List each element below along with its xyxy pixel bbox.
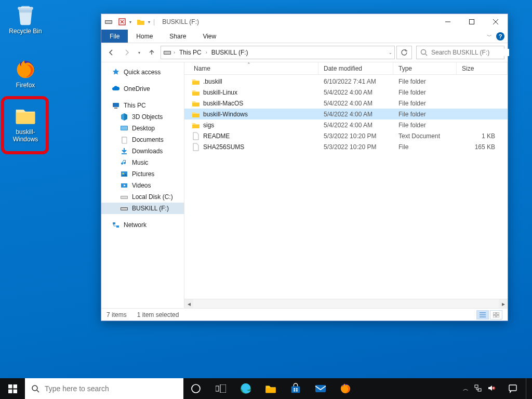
back-button[interactable] <box>104 46 118 59</box>
ribbon-tab-home[interactable]: Home <box>128 30 161 43</box>
svg-rect-43 <box>296 390 298 392</box>
ribbon-tab-share[interactable]: Share <box>161 30 194 43</box>
nav-downloads[interactable]: Downloads <box>101 145 184 157</box>
nav-network[interactable]: Network <box>101 219 184 231</box>
scroll-left-icon[interactable]: ◂ <box>184 299 193 308</box>
svg-rect-42 <box>294 390 295 392</box>
taskbar-app-store[interactable] <box>283 378 308 399</box>
show-desktop-button[interactable] <box>526 378 529 399</box>
file-explorer-window: ▾ ▾ | BUSKILL (F:) File Home Share View … <box>101 14 508 321</box>
qat-properties-icon[interactable] <box>118 18 126 26</box>
breadcrumb-this-pc[interactable]: This PC <box>177 48 204 57</box>
desktop-icon-recycle-bin[interactable]: Recycle Bin <box>5 3 46 35</box>
nav-buskill-drive[interactable]: BUSKILL (F:) <box>101 203 184 214</box>
chevron-down-icon[interactable]: ▾ <box>148 20 150 24</box>
tray-chevron-icon[interactable]: ︿ <box>463 385 469 393</box>
tray-volume-icon[interactable] <box>487 384 496 394</box>
file-name: buskill-MacOS <box>203 100 243 107</box>
column-header-date[interactable]: Date modified <box>318 62 393 74</box>
address-dropdown[interactable]: ⌄ <box>389 50 392 55</box>
taskbar-search[interactable] <box>25 378 183 399</box>
nav-videos[interactable]: Videos <box>101 180 184 191</box>
recent-dropdown[interactable]: ▾ <box>136 46 143 59</box>
file-date: 5/4/2022 4:00 AM <box>318 100 393 107</box>
drive-icon <box>163 48 171 57</box>
task-view-button[interactable] <box>208 378 233 399</box>
nav-quick-access[interactable]: Quick access <box>101 66 184 78</box>
ribbon-tab-file[interactable]: File <box>101 30 128 43</box>
file-name: SHA256SUMS <box>203 143 244 151</box>
address-bar[interactable]: › This PC › BUSKILL (F:) ⌄ <box>161 46 395 59</box>
maximize-button[interactable] <box>460 14 484 30</box>
chevron-down-icon[interactable]: ▾ <box>129 20 131 24</box>
sort-indicator-icon: ⌃ <box>247 62 251 67</box>
horizontal-scrollbar[interactable]: ◂ ▸ <box>184 299 508 308</box>
column-header-size[interactable]: Size <box>457 62 508 74</box>
ribbon-tab-view[interactable]: View <box>194 30 224 43</box>
file-name: buskill-Windows <box>203 111 248 118</box>
file-size: 1 KB <box>457 132 508 140</box>
desktop-icon-buskill-windows[interactable]: buskill-Windows <box>5 104 46 143</box>
nav-onedrive[interactable]: OneDrive <box>101 83 184 95</box>
nav-local-disk[interactable]: Local Disk (C:) <box>101 191 184 203</box>
taskbar-app-mail[interactable] <box>308 378 333 399</box>
file-row[interactable]: SHA256SUMS5/3/2022 10:20 PMFile165 KB <box>184 141 508 152</box>
network-icon <box>112 221 120 229</box>
taskbar-search-input[interactable] <box>45 384 177 393</box>
file-list[interactable]: .buskill6/10/2022 7:41 AMFile folderbusk… <box>184 75 508 299</box>
desktop-icon-label: buskill-Windows <box>5 128 46 143</box>
nav-music[interactable]: Music <box>101 157 184 168</box>
cloud-icon <box>112 85 120 93</box>
up-button[interactable] <box>145 46 158 59</box>
cortana-button[interactable] <box>183 378 208 399</box>
view-large-icons-button[interactable] <box>490 310 502 320</box>
qat-folder-icon[interactable] <box>137 18 145 26</box>
file-row[interactable]: buskill-Windows5/4/2022 4:00 AMFile fold… <box>184 109 508 119</box>
nav-this-pc[interactable]: This PC <box>101 100 184 111</box>
taskbar-app-firefox[interactable] <box>333 378 358 399</box>
search-input[interactable] <box>431 49 509 56</box>
svg-rect-15 <box>122 153 127 154</box>
column-header-name[interactable]: Name <box>184 62 318 74</box>
desktop-icon-label: Firefox <box>16 82 35 89</box>
start-button[interactable] <box>0 378 25 399</box>
file-icon <box>192 143 200 151</box>
titlebar[interactable]: ▾ ▾ | BUSKILL (F:) <box>101 14 508 30</box>
scroll-right-icon[interactable]: ▸ <box>499 299 508 308</box>
nav-desktop[interactable]: Desktop <box>101 123 184 134</box>
chevron-right-icon[interactable]: › <box>174 50 175 55</box>
tray-network-icon[interactable] <box>474 384 482 394</box>
taskbar-app-explorer[interactable] <box>258 378 283 399</box>
close-button[interactable] <box>484 14 508 30</box>
file-row[interactable]: buskill-Linux5/4/2022 4:00 AMFile folder <box>184 87 508 98</box>
svg-rect-20 <box>121 196 127 198</box>
breadcrumb-drive[interactable]: BUSKILL (F:) <box>209 48 250 57</box>
help-icon[interactable]: ? <box>496 32 504 41</box>
file-row[interactable]: buskill-MacOS5/4/2022 4:00 AMFile folder <box>184 98 508 109</box>
file-date: 5/3/2022 10:20 PM <box>318 143 393 151</box>
refresh-button[interactable] <box>396 46 412 59</box>
svg-rect-44 <box>315 385 326 392</box>
desktop-icon-firefox[interactable]: Firefox <box>5 57 46 89</box>
svg-rect-46 <box>475 385 478 388</box>
nav-pictures[interactable]: Pictures <box>101 168 184 180</box>
nav-documents[interactable]: Documents <box>101 134 184 145</box>
column-header-type[interactable]: Type <box>393 62 457 74</box>
file-type: File folder <box>393 122 457 129</box>
view-details-button[interactable] <box>476 310 489 320</box>
file-row[interactable]: sigs5/4/2022 4:00 AMFile folder <box>184 119 508 130</box>
minimize-button[interactable] <box>436 14 460 30</box>
chevron-right-icon[interactable]: › <box>206 50 207 55</box>
svg-point-17 <box>123 173 124 175</box>
taskbar-app-edge[interactable] <box>233 378 258 399</box>
svg-rect-41 <box>296 388 298 390</box>
nav-3d-objects[interactable]: 3D Objects <box>101 111 184 123</box>
file-row[interactable]: .buskill6/10/2022 7:41 AMFile folder <box>184 76 508 87</box>
file-row[interactable]: README5/3/2022 10:20 PMText Document1 KB <box>184 130 508 141</box>
svg-rect-31 <box>8 389 12 393</box>
system-tray[interactable]: ︿ <box>459 378 500 399</box>
search-box[interactable] <box>416 46 504 59</box>
action-center-button[interactable] <box>502 378 524 399</box>
forward-button[interactable] <box>120 46 134 59</box>
ribbon-expand-icon[interactable]: ﹀ <box>487 33 492 40</box>
